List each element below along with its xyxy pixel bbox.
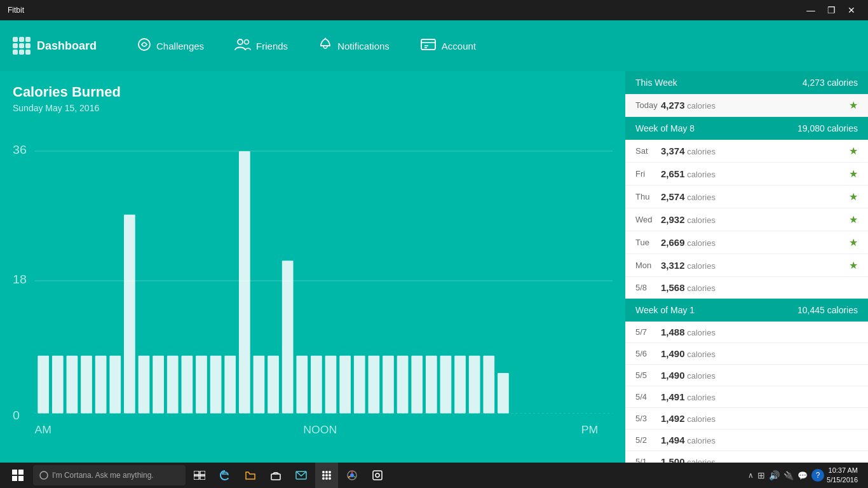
account-icon xyxy=(420,37,437,55)
svg-rect-53 xyxy=(18,476,24,481)
network-icon[interactable]: ⊞ xyxy=(757,470,765,480)
day-row[interactable]: Sat 3,374 calories ★ xyxy=(625,140,868,163)
svg-rect-50 xyxy=(12,470,17,475)
star-icon: ★ xyxy=(849,259,858,271)
battery-icon: 🔌 xyxy=(783,471,794,480)
svg-rect-32 xyxy=(254,356,265,414)
svg-point-68 xyxy=(325,477,328,480)
svg-point-54 xyxy=(40,471,48,479)
star-icon: ★ xyxy=(849,191,858,203)
day-row[interactable]: Tue 2,669 calories ★ xyxy=(625,231,868,254)
title-bar: Fitbit — ❐ ✕ xyxy=(0,0,868,20)
edge-icon[interactable] xyxy=(214,463,236,488)
svg-rect-17 xyxy=(37,356,49,414)
nav-challenges[interactable]: Challenges xyxy=(122,20,219,71)
day-calories: 1,488 calories xyxy=(661,327,858,337)
svg-point-64 xyxy=(322,474,325,477)
week-may1-rows: 5/7 1,488 calories 5/6 1,490 calories 5/… xyxy=(625,322,868,463)
cortana-search[interactable]: I'm Cortana. Ask me anything. xyxy=(33,465,186,485)
explorer-icon[interactable] xyxy=(239,463,262,488)
nav-logo[interactable]: Dashboard xyxy=(13,37,97,55)
svg-rect-52 xyxy=(12,476,17,481)
day-row[interactable]: Mon 3,312 calories ★ xyxy=(625,254,868,277)
day-row[interactable]: Wed 2,932 calories ★ xyxy=(625,208,868,231)
help-icon[interactable]: ? xyxy=(811,469,824,482)
day-row[interactable]: 5/6 1,490 calories xyxy=(625,343,868,365)
sidebar: This Week 4,273 calories Today 4,273 cal… xyxy=(625,71,868,463)
day-name: 5/1 xyxy=(635,457,661,463)
svg-rect-55 xyxy=(194,471,199,476)
day-row[interactable]: 5/3 1,492 calories xyxy=(625,408,868,430)
day-row[interactable]: 5/1 1,500 calories xyxy=(625,451,868,463)
mail-icon[interactable] xyxy=(290,463,313,488)
svg-rect-20 xyxy=(81,356,92,414)
nav-logo-text: Dashboard xyxy=(37,39,97,53)
title-bar-left: Fitbit xyxy=(8,6,24,15)
today-star-icon: ★ xyxy=(849,99,858,111)
svg-line-74 xyxy=(348,477,351,478)
svg-rect-25 xyxy=(153,356,164,414)
chart-title: Calories Burned xyxy=(13,84,613,100)
chart-wrapper: 36 18 0 AM NOON PM xyxy=(13,119,613,454)
day-row[interactable]: 5/7 1,488 calories xyxy=(625,322,868,343)
this-week-label: This Week xyxy=(635,78,677,88)
nav-challenges-label: Challenges xyxy=(156,41,204,51)
day-name: Fri xyxy=(635,169,661,179)
nav-account[interactable]: Account xyxy=(405,20,491,71)
svg-text:AM: AM xyxy=(34,424,51,436)
today-row[interactable]: Today 4,273 calories ★ xyxy=(625,94,868,117)
day-row[interactable]: 5/5 1,490 calories xyxy=(625,365,868,386)
svg-point-69 xyxy=(329,477,331,480)
sound-icon[interactable]: 🔊 xyxy=(769,470,780,480)
svg-rect-57 xyxy=(194,475,199,480)
taskbar-sys-icons: ∧ ⊞ 🔊 🔌 💬 ? xyxy=(748,469,824,482)
nav-notifications[interactable]: Notifications xyxy=(303,20,405,71)
day-name: Wed xyxy=(635,215,661,224)
unknown-icon1[interactable] xyxy=(366,463,389,488)
svg-rect-26 xyxy=(167,356,179,414)
svg-rect-59 xyxy=(271,474,280,480)
day-row[interactable]: 5/2 1,494 calories xyxy=(625,430,868,451)
minimize-button[interactable]: — xyxy=(802,1,820,19)
store-icon[interactable] xyxy=(264,463,287,488)
svg-rect-45 xyxy=(440,356,452,414)
start-button[interactable] xyxy=(5,463,31,488)
day-calories: 1,492 calories xyxy=(661,413,858,424)
chevron-up-icon[interactable]: ∧ xyxy=(748,471,754,480)
task-view-button[interactable] xyxy=(188,463,211,488)
svg-rect-22 xyxy=(109,356,121,414)
week-may1-header: Week of May 1 10,445 calories xyxy=(625,299,868,322)
svg-rect-47 xyxy=(469,356,480,414)
svg-point-66 xyxy=(329,474,331,477)
fitbit-taskbar-icon[interactable] xyxy=(315,463,338,488)
maximize-button[interactable]: ❐ xyxy=(822,1,840,19)
week-may1-total: 10,445 calories xyxy=(797,305,858,315)
week-may8-label: Week of May 8 xyxy=(635,123,695,133)
day-row[interactable]: Thu 2,574 calories ★ xyxy=(625,186,868,208)
chrome-icon[interactable] xyxy=(341,463,363,488)
close-button[interactable]: ✕ xyxy=(843,1,860,19)
day-calories: 2,651 calories xyxy=(661,168,849,179)
day-name: 5/5 xyxy=(635,370,661,380)
svg-rect-29 xyxy=(210,356,222,414)
svg-point-65 xyxy=(325,474,328,477)
week-may8-total: 19,080 calories xyxy=(797,123,858,133)
svg-point-63 xyxy=(329,471,331,473)
svg-rect-49 xyxy=(498,373,509,413)
day-name: Sat xyxy=(635,146,661,156)
taskbar-time: 10:37 AM 5/15/2016 xyxy=(827,466,858,485)
svg-rect-39 xyxy=(354,356,365,414)
taskbar-clock[interactable]: 10:37 AM 5/15/2016 xyxy=(827,466,863,485)
day-row[interactable]: 5/8 1,568 calories xyxy=(625,277,868,299)
day-name: 5/2 xyxy=(635,435,661,445)
day-row[interactable]: 5/4 1,491 calories xyxy=(625,386,868,408)
action-center-icon[interactable]: 💬 xyxy=(797,471,808,480)
app-title: Fitbit xyxy=(8,6,24,15)
chart-svg: 36 18 0 AM NOON PM xyxy=(13,119,613,454)
nav-friends-label: Friends xyxy=(256,41,288,51)
day-name: 5/3 xyxy=(635,414,661,423)
nav-friends[interactable]: Friends xyxy=(219,20,303,71)
day-row[interactable]: Fri 2,651 calories ★ xyxy=(625,163,868,186)
svg-point-67 xyxy=(322,477,325,480)
svg-rect-46 xyxy=(454,356,466,414)
